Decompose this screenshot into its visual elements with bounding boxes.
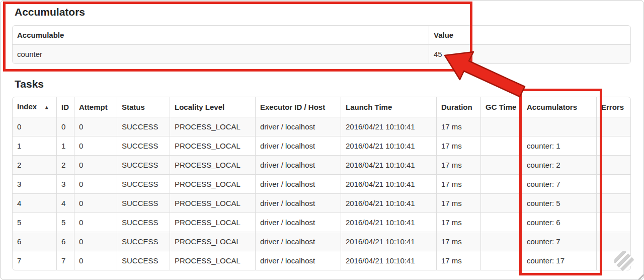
task-row-5: 550SUCCESSPROCESS_LOCALdriver / localhos… (13, 213, 630, 232)
task-cell-attempt: 0 (74, 155, 117, 174)
tasks-col-header-executor[interactable]: Executor ID / Host (255, 97, 341, 117)
task-cell-accumulators: counter: 6 (522, 213, 596, 232)
accumulable-header-row: Accumulable Value (13, 26, 630, 44)
task-cell-index: 5 (13, 213, 56, 232)
tasks-col-header-locality[interactable]: Locality Level (170, 97, 255, 117)
task-cell-duration: 17 ms (436, 117, 480, 136)
task-cell-accumulators: counter: 7 (522, 174, 596, 193)
task-cell-launch_time: 2016/04/21 10:10:41 (341, 155, 436, 174)
tasks-col-header-index[interactable]: Index▲ (13, 97, 56, 117)
col-header-label: Locality Level (175, 103, 224, 111)
task-cell-attempt: 0 (74, 193, 117, 213)
task-cell-id: 6 (56, 232, 74, 251)
task-cell-id: 3 (56, 174, 74, 193)
task-cell-locality: PROCESS_LOCAL (170, 155, 255, 174)
task-cell-id: 5 (56, 213, 74, 232)
task-cell-gc_time (480, 251, 522, 270)
task-cell-locality: PROCESS_LOCAL (170, 117, 255, 136)
task-cell-attempt: 0 (74, 213, 117, 232)
task-cell-launch_time: 2016/04/21 10:10:41 (341, 193, 436, 213)
task-cell-errors (596, 136, 630, 155)
task-cell-launch_time: 2016/04/21 10:10:41 (341, 251, 436, 270)
task-cell-errors (596, 232, 630, 251)
task-cell-gc_time (480, 155, 522, 174)
accumulable-col-header: Accumulable (13, 26, 429, 44)
task-cell-gc_time (480, 193, 522, 213)
task-cell-status: SUCCESS (117, 193, 170, 213)
task-cell-duration: 17 ms (436, 232, 480, 251)
col-header-label: Executor ID / Host (260, 103, 325, 111)
task-cell-duration: 17 ms (436, 213, 480, 232)
task-cell-duration: 17 ms (436, 251, 480, 270)
tasks-col-header-errors[interactable]: Errors (596, 97, 630, 117)
task-cell-accumulators: counter: 2 (522, 155, 596, 174)
tasks-col-header-launch_time[interactable]: Launch Time (341, 97, 436, 117)
col-header-label: GC Time (486, 103, 516, 111)
task-cell-accumulators (522, 117, 596, 136)
resize-corner-icon (637, 274, 644, 280)
task-cell-id: 7 (56, 251, 74, 270)
task-cell-locality: PROCESS_LOCAL (170, 251, 255, 270)
tasks-col-header-attempt[interactable]: Attempt (74, 97, 117, 117)
task-cell-errors (596, 155, 630, 174)
task-cell-id: 2 (56, 155, 74, 174)
task-cell-id: 4 (56, 193, 74, 213)
task-cell-id: 1 (56, 136, 74, 155)
task-cell-launch_time: 2016/04/21 10:10:41 (341, 117, 436, 136)
tasks-col-header-status[interactable]: Status (117, 97, 170, 117)
task-cell-status: SUCCESS (117, 174, 170, 193)
tasks-table: Index▲IDAttemptStatusLocality LevelExecu… (12, 97, 631, 270)
col-header-label: Status (122, 103, 145, 111)
task-cell-locality: PROCESS_LOCAL (170, 136, 255, 155)
task-cell-status: SUCCESS (117, 232, 170, 251)
tasks-col-header-gc_time[interactable]: GC Time (480, 97, 522, 117)
task-cell-duration: 17 ms (436, 193, 480, 213)
task-cell-status: SUCCESS (117, 117, 170, 136)
task-cell-locality: PROCESS_LOCAL (170, 174, 255, 193)
task-cell-executor: driver / localhost (255, 251, 341, 270)
col-header-label: Errors (601, 103, 624, 111)
task-cell-executor: driver / localhost (255, 155, 341, 174)
task-cell-gc_time (480, 213, 522, 232)
task-cell-status: SUCCESS (117, 155, 170, 174)
task-cell-attempt: 0 (74, 251, 117, 270)
accumulable-row: counter 45 (13, 44, 630, 63)
task-cell-status: SUCCESS (117, 251, 170, 270)
task-cell-locality: PROCESS_LOCAL (170, 232, 255, 251)
task-cell-index: 6 (13, 232, 56, 251)
task-cell-launch_time: 2016/04/21 10:10:41 (341, 174, 436, 193)
task-cell-locality: PROCESS_LOCAL (170, 213, 255, 232)
col-header-label: Attempt (79, 103, 108, 111)
tasks-col-header-duration[interactable]: Duration (436, 97, 480, 117)
tasks-col-header-id[interactable]: ID (56, 97, 74, 117)
col-header-label: ID (61, 103, 69, 111)
accumulable-value-cell: 45 (429, 44, 630, 63)
task-cell-executor: driver / localhost (255, 213, 341, 232)
task-cell-executor: driver / localhost (255, 193, 341, 213)
task-cell-duration: 17 ms (436, 155, 480, 174)
spark-ui-stage-page: Accumulators Accumulable Value counter 4… (0, 0, 644, 280)
task-cell-accumulators: counter: 1 (522, 136, 596, 155)
task-cell-index: 1 (13, 136, 56, 155)
task-cell-errors (596, 213, 630, 232)
task-cell-errors (596, 117, 630, 136)
task-row-2: 220SUCCESSPROCESS_LOCALdriver / localhos… (13, 155, 630, 174)
task-row-4: 440SUCCESSPROCESS_LOCALdriver / localhos… (13, 193, 630, 213)
tasks-col-header-accumulators[interactable]: Accumulators (522, 97, 596, 117)
accumulable-table: Accumulable Value counter 45 (12, 25, 631, 64)
task-cell-gc_time (480, 136, 522, 155)
task-row-0: 000SUCCESSPROCESS_LOCALdriver / localhos… (13, 117, 630, 136)
task-cell-gc_time (480, 117, 522, 136)
accumulators-heading: Accumulators (15, 5, 630, 20)
task-row-3: 330SUCCESSPROCESS_LOCALdriver / localhos… (13, 174, 630, 193)
task-row-7: 770SUCCESSPROCESS_LOCALdriver / localhos… (13, 251, 630, 270)
task-cell-executor: driver / localhost (255, 136, 341, 155)
col-header-label: Duration (441, 103, 472, 111)
tasks-heading: Tasks (15, 77, 630, 92)
accumulable-name-cell: counter (13, 44, 429, 63)
task-cell-index: 4 (13, 193, 56, 213)
task-cell-index: 0 (13, 117, 56, 136)
task-cell-launch_time: 2016/04/21 10:10:41 (341, 213, 436, 232)
page-content: Accumulators Accumulable Value counter 4… (1, 1, 643, 270)
tasks-table-body: 000SUCCESSPROCESS_LOCALdriver / localhos… (13, 117, 630, 270)
